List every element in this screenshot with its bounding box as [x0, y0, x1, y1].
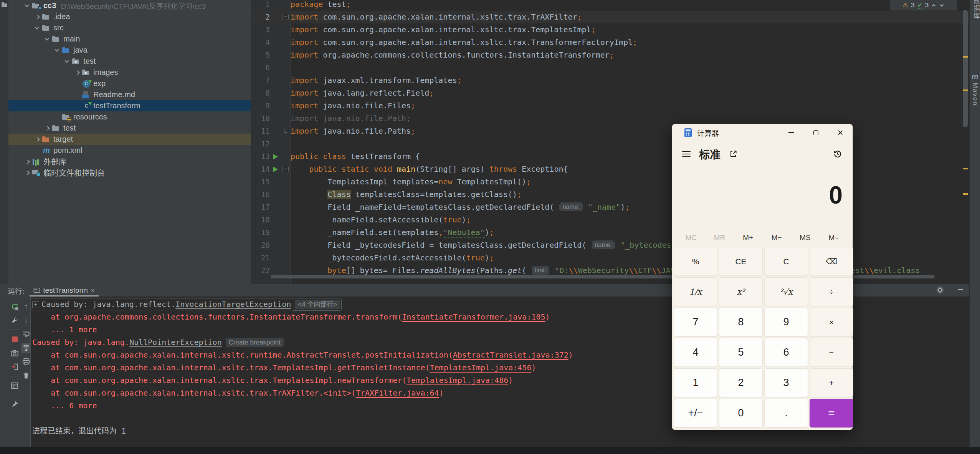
code-line-11[interactable]: 11import java.nio.file.Paths;: [251, 125, 969, 138]
equals-key[interactable]: =: [810, 399, 853, 427]
console-link[interactable]: TrAXFilter.java:64: [356, 388, 439, 398]
clear-entry-key[interactable]: CE: [719, 247, 763, 276]
tree-row-test[interactable]: test: [8, 123, 251, 134]
editor-pane[interactable]: 1package test;2−import com.sun.org.apach…: [251, 0, 969, 284]
tree-row-target[interactable]: target: [8, 134, 251, 145]
code-line-10[interactable]: 10import java.nio.file.Path;: [251, 112, 969, 125]
tree-row-src[interactable]: src: [8, 22, 251, 33]
percent-key[interactable]: %: [674, 247, 717, 276]
multiply-key[interactable]: ×: [810, 308, 853, 336]
thread-dump-camera-icon[interactable]: [10, 348, 20, 358]
code-line-13[interactable]: 13public class testTransform {: [251, 150, 969, 163]
memory-add-button[interactable]: M+: [734, 231, 762, 245]
console-settings-gear-icon[interactable]: [935, 285, 945, 295]
fold-marker-icon[interactable]: −: [283, 14, 289, 20]
code-line-5[interactable]: 5import org.apache.commons.collections.f…: [251, 49, 969, 61]
console-link[interactable]: NullPointerException: [129, 338, 222, 347]
reciprocal-key[interactable]: 1/x: [674, 277, 717, 306]
soft-wrap-icon[interactable]: [21, 329, 31, 339]
code-line-19[interactable]: 19 _nameField.set(templates,"Nebu1ea");: [251, 226, 969, 239]
fold-end-icon[interactable]: [284, 128, 287, 133]
expand-fold-icon[interactable]: +: [32, 301, 39, 308]
clear-all-trash-icon[interactable]: [21, 371, 31, 381]
chevron-open-icon[interactable]: [24, 3, 32, 9]
calculator-titlebar[interactable]: 计算器 ×: [672, 124, 853, 141]
square-key[interactable]: x²: [719, 277, 763, 306]
code-line-21[interactable]: 21 _bytecodesField.setAccessible(true);: [251, 252, 969, 264]
scrollbar-warning-mark[interactable]: [963, 168, 968, 169]
memory-flyout-button[interactable]: M: [820, 231, 848, 245]
code-line-17[interactable]: 17 Field _nameField=templatesClass.getDe…: [251, 201, 969, 214]
scrollbar-warning-mark[interactable]: [963, 56, 968, 58]
console-tab-testTransform[interactable]: testTransform ×: [30, 284, 99, 297]
code-line-9[interactable]: 9import java.nio.file.Files;: [251, 99, 969, 112]
prev-occurrence-arrow-icon[interactable]: ↑: [21, 302, 31, 312]
run-gutter-icon[interactable]: [273, 167, 278, 172]
tree-row-外部库[interactable]: 外部库: [8, 156, 251, 167]
calc-maximize-button[interactable]: [803, 124, 828, 141]
memory-store-button[interactable]: MS: [791, 231, 819, 245]
memory-recall-button[interactable]: MR: [705, 231, 734, 245]
tree-row-pom.xml[interactable]: mpom.xml: [8, 145, 251, 156]
backspace-key[interactable]: ⌫: [810, 247, 853, 276]
chevron-closed-icon[interactable]: [34, 136, 42, 142]
memory-clear-button[interactable]: MC: [677, 231, 705, 245]
console-link[interactable]: TemplatesImpl.java:486: [407, 376, 508, 385]
next-problem-chevron-icon[interactable]: [939, 3, 945, 8]
memory-subtract-button[interactable]: M−: [762, 231, 791, 245]
six-key[interactable]: 6: [764, 338, 808, 367]
vscroll-thumb[interactable]: [963, 10, 968, 127]
rerun-icon[interactable]: [10, 302, 20, 312]
tree-row-cc3[interactable]: cc3D:\WebSecurity\CTF\JAVA\反序列化学习\cc3: [8, 0, 251, 11]
code-line-2[interactable]: 2−import com.sun.org.apache.xalan.intern…: [251, 11, 969, 23]
keep-on-top-icon[interactable]: [729, 150, 737, 158]
print-icon[interactable]: [21, 357, 31, 367]
code-line-1[interactable]: 1package test;: [251, 0, 969, 11]
four-key[interactable]: 4: [674, 338, 717, 367]
subtract-key[interactable]: −: [810, 338, 853, 367]
calc-minimize-button[interactable]: [779, 124, 803, 141]
maven-icon[interactable]: m: [972, 72, 978, 81]
two-key[interactable]: 2: [719, 368, 763, 397]
clear-key[interactable]: C: [764, 247, 808, 276]
code-line-4[interactable]: 4import com.sun.org.apache.xalan.interna…: [251, 36, 969, 49]
warning-icon[interactable]: ⚠: [902, 1, 908, 9]
tree-row-临时文件和控制台[interactable]: 临时文件和控制台: [8, 167, 251, 178]
typo-icon[interactable]: ✔: [917, 2, 922, 9]
seven-key[interactable]: 7: [674, 308, 717, 336]
code-line-7[interactable]: 7import javax.xml.transform.Templates;: [251, 74, 969, 87]
chevron-closed-icon[interactable]: [24, 170, 32, 176]
chevron-closed-icon[interactable]: [34, 14, 42, 20]
chevron-closed-icon[interactable]: [74, 70, 82, 76]
negate-key[interactable]: +/−: [674, 399, 717, 427]
console-link[interactable]: TemplatesImpl.java:456: [430, 363, 532, 372]
pin-icon[interactable]: [10, 399, 20, 409]
zero-key[interactable]: 0: [719, 399, 763, 427]
scrollbar-warning-mark[interactable]: [963, 89, 968, 91]
chevron-open-icon[interactable]: [44, 36, 52, 42]
decimal-key[interactable]: .: [764, 399, 808, 427]
square-root-key[interactable]: ²√x: [764, 277, 808, 306]
menu-hamburger-icon[interactable]: [682, 151, 691, 157]
project-tool-icon[interactable]: [2, 3, 7, 7]
eight-key[interactable]: 8: [719, 308, 763, 336]
tab-close-icon[interactable]: ×: [91, 286, 95, 295]
chevron-open-icon[interactable]: [34, 25, 42, 31]
three-key[interactable]: 3: [764, 368, 808, 397]
calc-close-button[interactable]: ×: [828, 124, 853, 141]
code-line-15[interactable]: 15 TemplatesImpl templates=new Templates…: [251, 176, 969, 188]
code-line-3[interactable]: 3import com.sun.org.apache.xalan.interna…: [251, 23, 969, 36]
divide-key[interactable]: ÷: [810, 277, 853, 306]
stop-icon[interactable]: [10, 334, 20, 344]
nine-key[interactable]: 9: [764, 308, 808, 336]
code-line-16[interactable]: 16 Class templatesClass=templates.getCla…: [251, 188, 969, 201]
tree-row-main[interactable]: main: [8, 33, 251, 45]
scroll-to-end-icon[interactable]: [21, 343, 31, 353]
run-gutter-icon[interactable]: [273, 154, 278, 159]
code-line-8[interactable]: 8import java.lang.reflect.Field;: [251, 87, 969, 99]
console-link[interactable]: AbstractTranslet.java:372: [453, 350, 568, 360]
exit-icon[interactable]: [10, 362, 20, 372]
code-line-14[interactable]: 14− public static void main(String[] arg…: [251, 163, 969, 176]
tree-row-testTransform[interactable]: CtestTransform: [8, 100, 251, 111]
code-line-18[interactable]: 18 _nameField.setAccessible(true);: [251, 214, 969, 226]
